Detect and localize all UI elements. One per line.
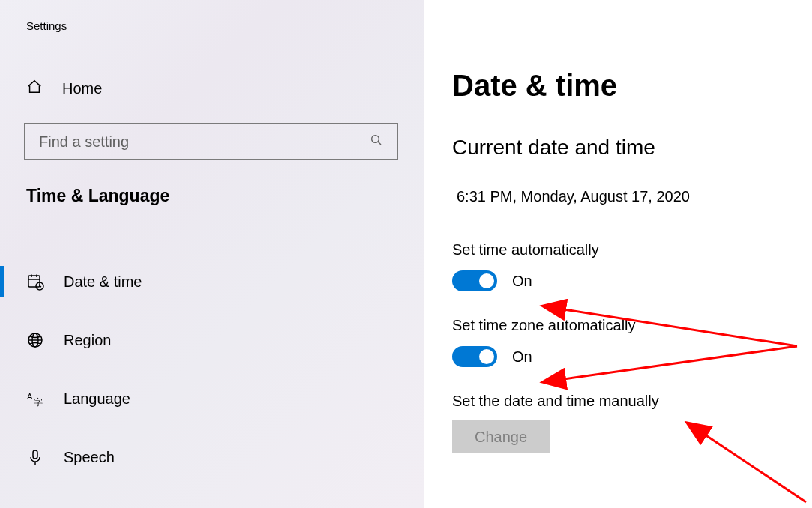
- current-datetime-heading: Current date and time: [452, 136, 812, 160]
- language-icon: A 字: [26, 390, 44, 408]
- current-datetime-value: 6:31 PM, Monday, August 17, 2020: [452, 188, 812, 205]
- search-icon: [370, 133, 383, 150]
- sidebar-item-label: Date & time: [64, 273, 142, 291]
- sidebar-item-label: Speech: [64, 449, 115, 466]
- set-timezone-auto-toggle[interactable]: [452, 346, 497, 367]
- set-manual-label: Set the date and time manually: [452, 393, 812, 410]
- svg-line-1: [378, 142, 381, 145]
- set-time-auto-toggle[interactable]: [452, 270, 497, 291]
- svg-rect-2: [28, 276, 40, 287]
- set-time-auto-row: On: [452, 270, 812, 291]
- app-title: Settings: [0, 0, 424, 32]
- sidebar-section-title: Time & Language: [0, 160, 424, 206]
- calendar-clock-icon: [26, 273, 44, 291]
- search-container: [24, 123, 398, 160]
- sidebar-item-language[interactable]: A 字 Language: [0, 369, 424, 428]
- globe-icon: [26, 331, 44, 349]
- svg-text:字: 字: [34, 397, 43, 408]
- svg-line-8: [40, 286, 41, 287]
- sidebar-item-label: Region: [64, 332, 111, 349]
- search-input[interactable]: [39, 133, 370, 151]
- sidebar-nav-list: Date & time Region A 字 Lang: [0, 253, 424, 486]
- sidebar: Settings Home Time & Language: [0, 0, 424, 508]
- sidebar-item-region[interactable]: Region: [0, 311, 424, 369]
- microphone-icon: [26, 448, 44, 466]
- svg-point-0: [372, 136, 379, 143]
- set-time-auto-label: Set time automatically: [452, 241, 812, 258]
- set-timezone-auto-row: On: [452, 346, 812, 367]
- set-timezone-auto-label: Set time zone automatically: [452, 317, 812, 334]
- home-nav-item[interactable]: Home: [0, 79, 424, 99]
- main-panel: Date & time Current date and time 6:31 P…: [424, 0, 812, 508]
- search-box[interactable]: [24, 123, 398, 160]
- svg-text:A: A: [27, 392, 33, 401]
- set-timezone-auto-state: On: [512, 348, 532, 366]
- page-title: Date & time: [452, 69, 812, 103]
- change-button[interactable]: Change: [452, 420, 550, 453]
- sidebar-item-date-time[interactable]: Date & time: [0, 253, 424, 311]
- sidebar-item-speech[interactable]: Speech: [0, 428, 424, 486]
- home-icon: [26, 79, 43, 99]
- home-label: Home: [62, 80, 102, 97]
- svg-rect-14: [33, 450, 37, 459]
- set-time-auto-state: On: [512, 273, 532, 290]
- sidebar-item-label: Language: [64, 390, 130, 408]
